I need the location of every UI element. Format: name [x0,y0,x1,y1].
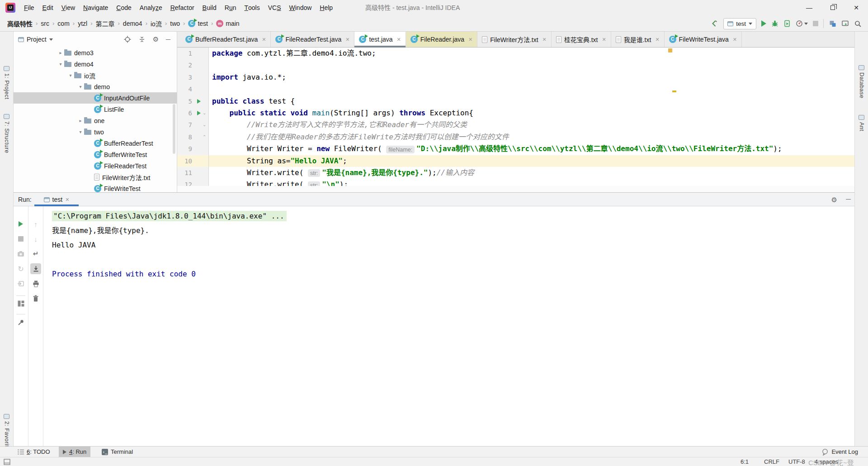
close-icon[interactable]: ✕ [65,197,69,203]
close-icon[interactable]: ✕ [397,37,401,43]
toolwindow-button-structure[interactable]: 7: Structure [0,114,13,153]
tree-item-demo3[interactable]: ▸demo3 [14,47,177,58]
editor-line-12[interactable]: 12 Writer.write( str:"\n"); [177,179,854,186]
scroll-to-end-button[interactable] [30,263,41,274]
breadcrumb-item-第二章[interactable]: 第二章 [96,19,115,28]
collapse-arrow-icon[interactable]: ▾ [57,62,64,67]
editor-line-7[interactable]: 7⌄ //Write方法时写入文件的字节方法,它和Reader有一个共同的父类 [177,119,854,131]
tree-item-two[interactable]: ▾two [14,126,177,138]
close-icon[interactable]: ✕ [655,37,659,43]
stop-button[interactable] [813,21,818,26]
close-icon[interactable]: ✕ [468,37,472,43]
run-line-icon[interactable] [197,111,201,115]
back-arrow-icon[interactable] [711,20,718,27]
tree-item-BufferReaderTest[interactable]: CBufferReaderTest [14,138,177,149]
editor-tab-我是谁.txt[interactable]: 我是谁.txt✕ [611,32,665,47]
fold-marker-icon[interactable]: ⌄ [203,119,206,131]
tree-item-demo[interactable]: ▾demo [14,81,177,92]
status-file-encoding[interactable]: UTF-8 [788,457,805,466]
tree-item-one[interactable]: ▸one [14,115,177,126]
layout-settings-button[interactable] [15,298,26,309]
toggle-toolwindows-icon[interactable] [4,459,10,465]
terminal-tool-button[interactable]: ›_ Terminal [98,447,137,457]
menu-analyze[interactable]: Analyze [136,0,166,15]
fold-marker-icon[interactable]: ⌃ [203,131,206,143]
tree-item-demo4[interactable]: ▾demo4 [14,58,177,70]
breadcrumb-item-test[interactable]: Ctest [188,20,208,27]
breadcrumb-item-main[interactable]: mmain [216,20,239,27]
menu-vcs[interactable]: VCS [264,0,285,15]
run-button[interactable] [761,20,766,27]
editor-line-5[interactable]: 5public class test { [177,95,854,107]
minimize-button[interactable]: — [797,0,821,15]
event-log-button[interactable]: Event Log [821,447,858,457]
up-stack-trace-icon[interactable]: ↑ [30,219,41,229]
editor-line-11[interactable]: 11 Writer.write( str:"我是{name},我是你{type}… [177,167,854,179]
rerun-button[interactable] [15,219,26,229]
menu-file[interactable]: File [20,0,38,15]
menu-tools[interactable]: Tools [240,0,264,15]
project-structure-button[interactable] [829,20,836,27]
editor-tab-BufferReaderTest.java[interactable]: CBufferReaderTest.java✕ [181,32,271,47]
run-line-icon[interactable] [197,99,201,104]
breadcrumb-item-src[interactable]: src [41,20,49,27]
editor-line-3[interactable]: 3import java.io.*; [177,71,854,83]
close-button[interactable]: ✕ [844,0,868,15]
toolwindow-button-database[interactable]: Database [855,65,868,99]
tree-item-BufferWriteTest[interactable]: CBufferWriteTest [14,149,177,160]
run-tab[interactable]: test ✕ [34,193,79,206]
toolwindow-button-project[interactable]: 1: Project [0,66,13,100]
run-settings-gear-icon[interactable]: ⚙ [831,196,837,204]
menu-window[interactable]: Window [285,0,316,15]
menu-refactor[interactable]: Refactor [166,0,198,15]
status-caret-position[interactable]: 6:1 [741,457,749,466]
editor-tab-FileWriteTest.java[interactable]: CFileWriteTest.java✕ [665,32,742,47]
tree-item-ListFile[interactable]: CListFile [14,104,177,115]
expand-arrow-icon[interactable]: ▸ [77,118,84,123]
debug-button[interactable] [771,20,778,27]
close-icon[interactable]: ✕ [345,37,349,43]
editor-line-8[interactable]: 8⌃ //我们在使用Reader的多态方法FileWrite方法时我们可以创建一… [177,131,854,143]
soft-wrap-icon[interactable]: ↵ [30,248,41,259]
close-icon[interactable]: ✕ [262,37,266,43]
close-icon[interactable]: ✕ [542,37,547,43]
breadcrumb-item-高级特性[interactable]: 高级特性 [7,19,33,28]
editor-line-4[interactable]: 4 [177,83,854,95]
expand-arrow-icon[interactable]: ▸ [57,50,64,55]
tree-item-InputAndOutFile[interactable]: CInputAndOutFile [14,92,177,104]
status-line-separator[interactable]: CRLF [764,457,779,466]
hide-panel-icon[interactable]: ─ [166,36,170,43]
scrollbar-warning-mark[interactable] [672,90,676,92]
editor-tab-test.java[interactable]: Ctest.java✕ [354,32,406,47]
tree-item-io流[interactable]: ▾io流 [14,70,177,81]
editor-line-10[interactable]: 10 String as="Hello JAVA"; [177,155,854,167]
print-button[interactable] [30,278,41,289]
run-console-output[interactable]: "C:\Program Files\Java\jdk1.8.0_144\bin\… [52,209,845,281]
run-tool-button[interactable]: 4: Run [59,447,90,457]
close-icon[interactable]: ✕ [602,37,606,43]
close-icon[interactable]: ✕ [733,37,737,43]
breadcrumb-item-com[interactable]: com [57,20,69,27]
run-anything-button[interactable] [841,20,849,27]
menu-view[interactable]: View [57,0,79,15]
search-everywhere-button[interactable] [854,20,862,28]
menu-navigate[interactable]: Navigate [79,0,112,15]
code-editor[interactable]: 1package com.ytzl.第二章.demo4.io流.two;23im… [177,48,854,186]
menu-help[interactable]: Help [316,0,337,15]
menu-build[interactable]: Build [198,0,221,15]
fold-marker-icon[interactable]: ⌄ [203,107,206,119]
breadcrumb-item-demo4[interactable]: demo4 [123,20,142,27]
restart-debug-icon[interactable]: ↻ [15,263,26,274]
breadcrumb-item-two[interactable]: two [170,20,180,27]
breadcrumb-item-io流[interactable]: io流 [151,19,162,28]
editor-line-9[interactable]: 9 Writer Writer = new FileWriter( fileNa… [177,143,854,155]
chevron-down-icon[interactable] [49,38,53,41]
collapse-arrow-icon[interactable]: ▾ [77,84,84,89]
collapse-arrow-icon[interactable]: ▾ [77,129,84,134]
locate-file-icon[interactable] [124,36,131,43]
clear-console-button[interactable] [30,293,41,304]
run-minimize-icon[interactable]: ─ [846,195,851,203]
inspection-marker[interactable] [668,48,672,52]
dump-to-console-button[interactable] [15,278,26,289]
toolwindow-button-ant[interactable]: Ant [855,115,868,131]
